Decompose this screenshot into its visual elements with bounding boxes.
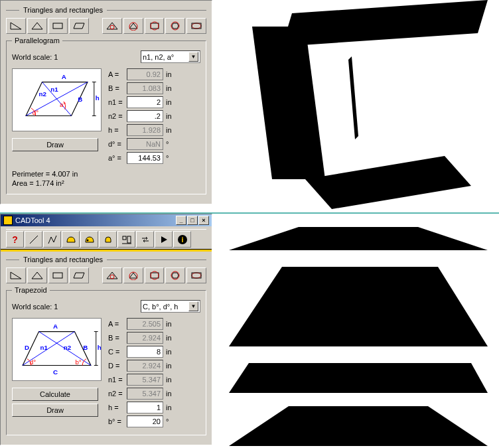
n2-input[interactable]: .2 (127, 110, 163, 122)
group-title: Parallelogram (12, 37, 62, 44)
trapezoid-panel: CADTool 4 _ □ × ? i Triangles and rectan… (0, 214, 212, 445)
triangle-right-icon[interactable] (6, 18, 26, 34)
maximize-button[interactable]: □ (187, 216, 198, 225)
draw-button[interactable]: Draw (12, 138, 98, 151)
rectangle-icon[interactable] (48, 267, 68, 283)
field-n2: n2 =.2in (108, 110, 175, 122)
shape-toolbar-2 (6, 267, 206, 283)
play-icon[interactable] (155, 231, 173, 248)
svg-text:d°: d° (33, 109, 38, 116)
svg-text:C: C (53, 368, 58, 376)
svg-text:A: A (53, 323, 58, 330)
param-select[interactable]: n1, n2, a° ▼ (141, 50, 200, 63)
chevron-down-icon: ▼ (188, 52, 198, 62)
n1-input[interactable]: 2 (127, 96, 163, 108)
parallelogram-group: Parallelogram World scale: 1 n1, n2, a° … (6, 40, 206, 194)
minimize-button[interactable]: _ (176, 216, 186, 225)
incircle-triangle-icon[interactable] (102, 18, 122, 34)
parallelogram-canvas (212, 0, 499, 212)
group-title-2: Trapezoid (12, 286, 50, 294)
h-input: 1.928 (127, 124, 163, 136)
align-icon[interactable] (117, 231, 135, 248)
main-toolbar: ? i (6, 229, 206, 248)
line-tool-icon[interactable] (25, 231, 42, 248)
D-input-2: 2.924 (127, 360, 163, 372)
svg-text:n2: n2 (39, 90, 47, 98)
a-input[interactable]: 144.53 (127, 152, 163, 164)
svg-text:n2: n2 (64, 344, 72, 351)
close-button[interactable]: × (198, 216, 209, 225)
svg-rect-27 (53, 273, 62, 278)
B-input-2: 2.924 (127, 332, 163, 344)
fields-column: A =0.92in B =1.083in n1 =2in n2 =.2in h … (108, 68, 175, 166)
bell-icon[interactable] (99, 231, 117, 248)
helmet2-icon[interactable] (80, 231, 98, 248)
rectangle-icon[interactable] (48, 18, 68, 34)
swap-icon[interactable] (136, 231, 154, 248)
perimeter-label: Perimeter = 4.007 in (12, 170, 200, 178)
svg-text:h: h (96, 94, 100, 102)
trapezoid-group: Trapezoid World scale: 1 C, b°, d°, h ▼ (6, 290, 206, 435)
field-h: h =1.928in (108, 124, 175, 136)
shape-toolbar (6, 18, 206, 34)
A-input-2: 2.505 (127, 318, 163, 330)
field-a: a° =144.53° (108, 152, 175, 164)
section-title-2: Triangles and rectangles (23, 256, 103, 263)
trapezoid-diagram: A B C D n1 n2 h d° b° (12, 318, 102, 381)
svg-point-33 (192, 273, 201, 278)
scale-label-2: World scale: 1 (12, 303, 58, 311)
svg-text:D: D (25, 344, 29, 351)
info-icon[interactable]: i (173, 231, 191, 248)
circumcircle-triangle-icon[interactable] (123, 267, 143, 283)
helmet1-icon[interactable] (62, 231, 80, 248)
content-row: A B n2 n1 h d° a° Draw A =0.92in B =1.08… (12, 68, 200, 166)
titlebar: CADTool 4 _ □ × (1, 214, 212, 226)
triangle-right-icon[interactable] (6, 267, 26, 283)
b-input[interactable]: 20 (127, 415, 163, 427)
square-circle-icon[interactable] (145, 18, 165, 34)
svg-text:B: B (78, 96, 82, 103)
polygon-in-circle-icon[interactable] (165, 267, 185, 283)
square-circle-icon[interactable] (145, 267, 165, 283)
svg-text:h: h (98, 344, 101, 351)
triangle-iso-icon[interactable] (27, 18, 47, 34)
help-icon[interactable]: ? (6, 231, 24, 248)
parallelogram-diagram: A B n2 n1 h d° a° (12, 68, 102, 131)
draw-button-2[interactable]: Draw (12, 404, 98, 417)
scale-row: World scale: 1 n1, n2, a° ▼ (12, 50, 200, 63)
B-input: 1.083 (127, 82, 163, 94)
scale-label: World scale: 1 (12, 53, 58, 61)
n1-input-2: 5.347 (127, 374, 163, 386)
svg-text:A: A (62, 73, 66, 80)
top-row: Triangles and rectangles Parallelogram W… (0, 0, 499, 212)
parallelogram-icon[interactable] (69, 267, 89, 283)
ellipse-in-rect-icon[interactable] (186, 18, 206, 34)
svg-text:n1: n1 (40, 344, 48, 351)
calculate-button[interactable]: Calculate (12, 388, 98, 401)
bottom-row: CADTool 4 _ □ × ? i Triangles and rectan… (0, 214, 499, 446)
param-select-2[interactable]: C, b°, d°, h ▼ (141, 300, 200, 313)
svg-text:B: B (83, 344, 88, 351)
ellipse-in-rect-icon[interactable] (186, 267, 206, 283)
svg-text:n1: n1 (50, 86, 58, 93)
select-value: n1, n2, a° (143, 53, 174, 61)
d-input: NaN (127, 138, 163, 150)
area-label: Area = 1.774 in² (12, 179, 200, 187)
svg-text:a°: a° (60, 101, 66, 108)
incircle-triangle-icon[interactable] (102, 267, 122, 283)
polygon-in-circle-icon[interactable] (165, 18, 185, 34)
n2-input-2: 5.347 (127, 388, 163, 400)
parallelogram-panel: Triangles and rectangles Parallelogram W… (0, 0, 212, 204)
scale-row-2: World scale: 1 C, b°, d°, h ▼ (12, 300, 200, 313)
svg-point-28 (110, 275, 114, 279)
polyline-tool-icon[interactable] (43, 231, 61, 248)
circumcircle-triangle-icon[interactable] (123, 18, 143, 34)
parallelogram-icon[interactable] (69, 18, 89, 34)
svg-rect-30 (151, 273, 159, 278)
h-input-2[interactable]: 1 (127, 402, 163, 413)
field-A: A =0.92in (108, 68, 175, 80)
svg-rect-22 (123, 236, 126, 240)
C-input[interactable]: 8 (127, 346, 163, 358)
triangle-iso-icon[interactable] (27, 267, 47, 283)
A-input: 0.92 (127, 68, 163, 80)
